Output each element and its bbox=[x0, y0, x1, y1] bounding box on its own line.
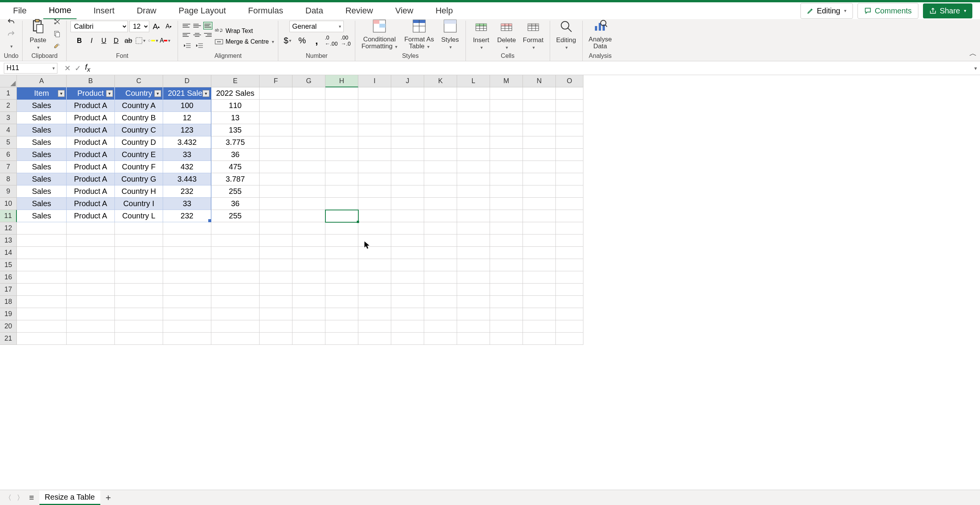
cell-E11[interactable]: 255 bbox=[211, 210, 260, 222]
cell-B9[interactable]: Product A bbox=[67, 185, 115, 198]
accept-formula-button[interactable]: ✓ bbox=[75, 64, 81, 73]
cell-F8[interactable] bbox=[260, 173, 292, 185]
cell-O14[interactable] bbox=[556, 247, 583, 259]
align-center-button[interactable] bbox=[193, 31, 202, 39]
cell-N1[interactable] bbox=[523, 87, 556, 100]
cell-H10[interactable] bbox=[325, 198, 358, 210]
cell-A14[interactable] bbox=[17, 247, 67, 259]
cell-H4[interactable] bbox=[325, 124, 358, 136]
tab-formulas[interactable]: Formulas bbox=[243, 3, 289, 19]
cell-A16[interactable] bbox=[17, 271, 67, 284]
double-underline-button[interactable]: D bbox=[111, 35, 121, 46]
cell-E19[interactable] bbox=[211, 308, 260, 320]
cell-L7[interactable] bbox=[457, 161, 490, 173]
cell-G8[interactable] bbox=[292, 173, 325, 185]
cell-C21[interactable] bbox=[115, 333, 163, 345]
filter-button-country[interactable]: ▾ bbox=[154, 90, 161, 97]
cell-O6[interactable] bbox=[556, 149, 583, 161]
conditional-formatting-button[interactable]: ConditionalFormatting ▾ bbox=[359, 15, 400, 52]
cell-K1[interactable] bbox=[424, 87, 457, 100]
cell-N21[interactable] bbox=[523, 333, 556, 345]
cell-D16[interactable] bbox=[163, 271, 211, 284]
cell-N14[interactable] bbox=[523, 247, 556, 259]
cell-J21[interactable] bbox=[391, 333, 424, 345]
increase-indent-button[interactable] bbox=[194, 40, 205, 51]
cell-M1[interactable] bbox=[490, 87, 523, 100]
cell-H13[interactable] bbox=[325, 234, 358, 247]
cell-J17[interactable] bbox=[391, 284, 424, 296]
cell-C18[interactable] bbox=[115, 296, 163, 308]
cell-L3[interactable] bbox=[457, 112, 490, 124]
cell-O12[interactable] bbox=[556, 222, 583, 234]
decrease-decimal-button[interactable]: .00→.0 bbox=[340, 35, 351, 46]
cell-N16[interactable] bbox=[523, 271, 556, 284]
cell-N8[interactable] bbox=[523, 173, 556, 185]
delete-cells-button[interactable]: Delete ▾ bbox=[495, 16, 518, 52]
cell-N19[interactable] bbox=[523, 308, 556, 320]
merge-centre-button[interactable]: Merge & Centre ▾ bbox=[215, 38, 274, 45]
copy-button[interactable] bbox=[52, 28, 62, 39]
column-header-G[interactable]: G bbox=[292, 75, 325, 87]
cell-E17[interactable] bbox=[211, 284, 260, 296]
cell-E4[interactable]: 135 bbox=[211, 124, 260, 136]
cell-L15[interactable] bbox=[457, 259, 490, 271]
number-format-select[interactable]: General ▾ bbox=[289, 21, 344, 32]
cell-J10[interactable] bbox=[391, 198, 424, 210]
column-header-L[interactable]: L bbox=[457, 75, 490, 87]
cell-M2[interactable] bbox=[490, 100, 523, 112]
cell-B2[interactable]: Product A bbox=[67, 100, 115, 112]
cell-H21[interactable] bbox=[325, 333, 358, 345]
cell-O2[interactable] bbox=[556, 100, 583, 112]
cell-H5[interactable] bbox=[325, 136, 358, 149]
cell-E16[interactable] bbox=[211, 271, 260, 284]
cell-L12[interactable] bbox=[457, 222, 490, 234]
cell-I9[interactable] bbox=[358, 185, 391, 198]
cell-C6[interactable]: Country E bbox=[115, 149, 163, 161]
cell-E10[interactable]: 36 bbox=[211, 198, 260, 210]
cell-N15[interactable] bbox=[523, 259, 556, 271]
cell-D10[interactable]: 33 bbox=[163, 198, 211, 210]
cell-O17[interactable] bbox=[556, 284, 583, 296]
cell-K4[interactable] bbox=[424, 124, 457, 136]
cell-N10[interactable] bbox=[523, 198, 556, 210]
column-header-J[interactable]: J bbox=[391, 75, 424, 87]
cell-F5[interactable] bbox=[260, 136, 292, 149]
cell-C20[interactable] bbox=[115, 320, 163, 333]
cell-B18[interactable] bbox=[67, 296, 115, 308]
paste-button[interactable]: Paste ▾ bbox=[26, 16, 49, 52]
cell-K9[interactable] bbox=[424, 185, 457, 198]
cell-O16[interactable] bbox=[556, 271, 583, 284]
cell-E5[interactable]: 3.775 bbox=[211, 136, 260, 149]
cell-N13[interactable] bbox=[523, 234, 556, 247]
cell-K6[interactable] bbox=[424, 149, 457, 161]
cell-B17[interactable] bbox=[67, 284, 115, 296]
cell-F3[interactable] bbox=[260, 112, 292, 124]
cell-H16[interactable] bbox=[325, 271, 358, 284]
cell-M12[interactable] bbox=[490, 222, 523, 234]
cell-J2[interactable] bbox=[391, 100, 424, 112]
cell-N6[interactable] bbox=[523, 149, 556, 161]
cell-I8[interactable] bbox=[358, 173, 391, 185]
column-header-E[interactable]: E bbox=[211, 75, 260, 87]
cell-B8[interactable]: Product A bbox=[67, 173, 115, 185]
cell-K2[interactable] bbox=[424, 100, 457, 112]
cell-D20[interactable] bbox=[163, 320, 211, 333]
column-header-B[interactable]: B bbox=[67, 75, 115, 87]
cell-K20[interactable] bbox=[424, 320, 457, 333]
cell-M15[interactable] bbox=[490, 259, 523, 271]
cell-L5[interactable] bbox=[457, 136, 490, 149]
cell-L17[interactable] bbox=[457, 284, 490, 296]
row-header-20[interactable]: 20 bbox=[0, 320, 17, 333]
cell-B13[interactable] bbox=[67, 234, 115, 247]
cell-F14[interactable] bbox=[260, 247, 292, 259]
cell-N7[interactable] bbox=[523, 161, 556, 173]
align-bottom-button[interactable] bbox=[203, 22, 212, 30]
cell-I19[interactable] bbox=[358, 308, 391, 320]
cell-D15[interactable] bbox=[163, 259, 211, 271]
cell-F9[interactable] bbox=[260, 185, 292, 198]
cell-L16[interactable] bbox=[457, 271, 490, 284]
column-header-H[interactable]: H bbox=[325, 75, 358, 87]
cell-G9[interactable] bbox=[292, 185, 325, 198]
collapse-ribbon-button[interactable]: ︿ bbox=[969, 48, 977, 59]
cell-G14[interactable] bbox=[292, 247, 325, 259]
